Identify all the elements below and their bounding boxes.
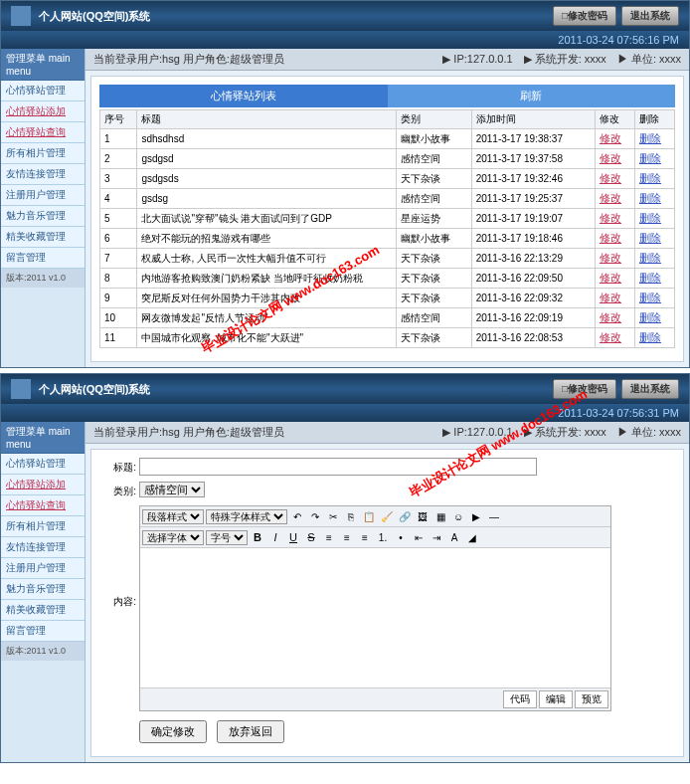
delete-link[interactable]: 删除 [639, 232, 661, 244]
sidebar-item-3[interactable]: 所有相片管理 [1, 516, 85, 537]
align-right-icon[interactable]: ≡ [357, 529, 373, 545]
delete-link[interactable]: 删除 [639, 212, 661, 224]
delete-link[interactable]: 删除 [639, 172, 661, 184]
bold-icon[interactable]: B [250, 529, 265, 545]
delete-link[interactable]: 删除 [639, 272, 661, 284]
bgcolor-icon[interactable]: ◢ [464, 529, 480, 545]
sidebar-item-8[interactable]: 留言管理 [1, 621, 85, 642]
edit-link[interactable]: 修改 [600, 331, 621, 343]
delete-link[interactable]: 删除 [639, 292, 661, 303]
cut-icon[interactable]: ✂ [325, 508, 341, 524]
list-ul-icon[interactable]: • [393, 529, 409, 545]
sidebar-item-2[interactable]: 心情驿站查询 [1, 122, 85, 143]
infobar: 当前登录用户:hsg 用户角色:超级管理员 ▶ IP:127.0.0.1 ▶ 系… [86, 422, 689, 444]
redo-icon[interactable]: ↷ [307, 508, 323, 524]
sidebar-item-4[interactable]: 友情连接管理 [1, 164, 85, 185]
hr-icon[interactable]: — [486, 508, 502, 524]
system-info-label: ▶ IP:127.0.0.1 ▶ 系统开发: xxxx ▶ 单位: xxxx [442, 425, 681, 440]
size-select[interactable]: 字号 [206, 530, 248, 545]
sidebar-item-5[interactable]: 注册用户管理 [1, 185, 85, 206]
edit-link[interactable]: 修改 [600, 252, 621, 264]
app-logo-icon [11, 379, 31, 399]
tab-list[interactable]: 心情驿站列表 [99, 85, 388, 107]
editor-tab-code[interactable]: 代码 [503, 690, 537, 708]
copy-icon[interactable]: ⎘ [343, 508, 359, 524]
clear-icon[interactable]: 🧹 [379, 508, 395, 524]
editor-textarea[interactable] [140, 548, 610, 687]
indent-icon[interactable]: ⇥ [429, 529, 444, 545]
col-del: 删除 [634, 110, 674, 129]
font-select[interactable]: 选择字体 [142, 530, 204, 545]
list-ol-icon[interactable]: 1. [375, 529, 391, 545]
para-style-select[interactable]: 段落样式 [142, 509, 204, 524]
edit-link[interactable]: 修改 [600, 172, 621, 184]
image-icon[interactable]: 🖼 [415, 508, 431, 524]
editor-toolbar-2: 选择字体 字号 B I U S ≡ ≡ ≡ 1. • [140, 527, 610, 548]
table-row: 3gsdgsds天下杂谈2011-3-17 19:32:46修改删除 [100, 169, 675, 189]
sidebar-item-7[interactable]: 精美收藏管理 [1, 600, 85, 621]
link-icon[interactable]: 🔗 [397, 508, 413, 524]
edit-link[interactable]: 修改 [600, 132, 621, 144]
current-user-label: 当前登录用户:hsg 用户角色:超级管理员 [93, 52, 284, 67]
table-row: 10网友微博发起"反情人节运动"感情空间2011-3-16 22:09:19修改… [100, 308, 675, 328]
edit-link[interactable]: 修改 [600, 232, 621, 244]
title-input[interactable] [139, 458, 537, 476]
rich-editor: 段落样式 特殊字体样式 ↶ ↷ ✂ ⎘ 📋 🧹 🔗 🖼 ▦ [139, 505, 611, 711]
media-icon[interactable]: ▶ [468, 508, 484, 524]
sidebar-item-6[interactable]: 魅力音乐管理 [1, 579, 85, 600]
table-row: 6绝对不能玩的招鬼游戏有哪些幽默小故事2011-3-17 19:18:46修改删… [100, 229, 675, 249]
sidebar-item-5[interactable]: 注册用户管理 [1, 558, 85, 579]
edit-link[interactable]: 修改 [600, 212, 621, 224]
undo-icon[interactable]: ↶ [289, 508, 305, 524]
sidebar-item-6[interactable]: 魅力音乐管理 [1, 206, 85, 227]
sidebar-item-7[interactable]: 精美收藏管理 [1, 227, 85, 248]
edit-link[interactable]: 修改 [600, 311, 621, 323]
delete-link[interactable]: 删除 [639, 252, 661, 264]
col-no: 序号 [100, 110, 137, 129]
delete-link[interactable]: 删除 [639, 331, 661, 343]
category-select[interactable]: 感情空间 [139, 482, 205, 497]
editor-tab-preview[interactable]: 预览 [575, 690, 608, 708]
sidebar-item-1[interactable]: 心情驿站添加 [1, 475, 85, 495]
cancel-button[interactable]: 放弃返回 [217, 720, 284, 743]
sidebar-item-8[interactable]: 留言管理 [1, 248, 85, 269]
align-center-icon[interactable]: ≡ [339, 529, 355, 545]
delete-link[interactable]: 删除 [639, 311, 661, 323]
outdent-icon[interactable]: ⇤ [411, 529, 427, 545]
edit-link[interactable]: 修改 [600, 192, 621, 204]
change-password-button[interactable]: □修改密码 [553, 6, 616, 26]
delete-link[interactable]: 删除 [639, 152, 661, 164]
tab-refresh[interactable]: 刷新 [388, 85, 676, 107]
delete-link[interactable]: 删除 [639, 132, 661, 144]
exit-button[interactable]: 退出系统 [621, 6, 679, 26]
strike-icon[interactable]: S [303, 529, 319, 545]
sidebar-item-4[interactable]: 友情连接管理 [1, 537, 85, 558]
col-cat: 类别 [396, 110, 471, 129]
sidebar-item-3[interactable]: 所有相片管理 [1, 143, 85, 164]
edit-link[interactable]: 修改 [600, 292, 621, 303]
sidebar-item-1[interactable]: 心情驿站添加 [1, 101, 85, 122]
submit-button[interactable]: 确定修改 [139, 720, 207, 743]
change-password-button[interactable]: □修改密码 [553, 379, 616, 399]
italic-icon[interactable]: I [267, 529, 283, 545]
color-icon[interactable]: A [446, 529, 462, 545]
sidebar-item-0[interactable]: 心情驿站管理 [1, 454, 85, 475]
title-label: 标题: [99, 458, 139, 478]
align-left-icon[interactable]: ≡ [321, 529, 337, 545]
sidebar: 管理菜单 main menu 心情驿站管理心情驿站添加心情驿站查询所有相片管理友… [1, 422, 86, 762]
table-row: 5北大面试说"穿帮"镜头 港大面试问到了GDP星座运势2011-3-17 19:… [100, 209, 675, 229]
emoji-icon[interactable]: ☺ [450, 508, 466, 524]
delete-link[interactable]: 删除 [639, 192, 661, 204]
edit-link[interactable]: 修改 [600, 272, 621, 284]
sidebar-item-2[interactable]: 心情驿站查询 [1, 495, 85, 516]
sidebar-header: 管理菜单 main menu [1, 49, 85, 81]
font-style-select[interactable]: 特殊字体样式 [206, 509, 287, 524]
underline-icon[interactable]: U [285, 529, 301, 545]
exit-button[interactable]: 退出系统 [621, 379, 679, 399]
infobar: 当前登录用户:hsg 用户角色:超级管理员 ▶ IP:127.0.0.1 ▶ 系… [86, 49, 689, 71]
edit-link[interactable]: 修改 [600, 152, 621, 164]
editor-tab-edit[interactable]: 编辑 [539, 690, 573, 708]
sidebar-item-0[interactable]: 心情驿站管理 [1, 81, 85, 101]
paste-icon[interactable]: 📋 [361, 508, 377, 524]
table-icon[interactable]: ▦ [432, 508, 448, 524]
